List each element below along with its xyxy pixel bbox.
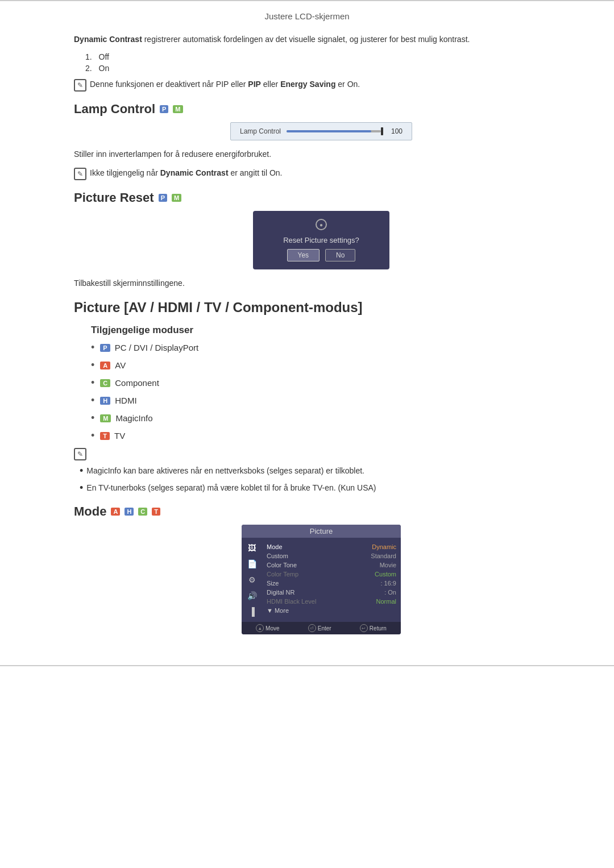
lamp-control-heading: Lamp Control P M [74,102,569,117]
menu-icon-3: ⚙ [245,574,259,585]
menu-row-digitalnr-value: : On [384,589,396,596]
enter-icon: ⏎ [308,624,316,632]
list-label-on: On [99,64,110,73]
notes-item-tv: En TV-tunerboks (selges separat) må være… [80,482,569,495]
bullet-av: • [91,359,94,371]
menu-row-size-value: : 16:9 [380,580,396,587]
bullet-pc: • [91,342,94,354]
mode-badge-a: A [111,508,120,516]
page-title: Justere LCD-skjermen [0,7,614,28]
dynamic-contrast-intro: Dynamic Contrast registrerer automatisk … [74,34,540,45]
note-pip-bold: PIP [248,80,261,89]
mode-item-component: • C Component [91,377,569,389]
lamp-badge-p: P [160,105,168,113]
modes-notes-list: MagicInfo kan bare aktiveres når en nett… [80,465,569,494]
mode-label-magicinfo: MagicInfo [115,413,152,423]
footer-btn-enter[interactable]: ⏎ Enter [308,624,331,632]
mode-badge-a: A [100,362,110,369]
menu-row-more-label: ▼ More [267,607,289,614]
mode-badge-c: C [138,508,147,516]
picture-menu-body: 🖼 📄 ⚙ 🔊 ▐ Mode Dynamic Custom Standard [242,538,401,622]
mode-badge-t: T [100,432,110,440]
mode-list: • P PC / DVI / DisplayPort • A AV • C Co… [91,342,569,442]
menu-row-more[interactable]: ▼ More [267,606,396,615]
picture-menu-title: Picture [242,525,401,538]
mode-badge-c: C [100,379,110,387]
dynamic-contrast-intro-text: registrerer automatisk fordelingen av de… [144,35,470,44]
picture-menu-footer: ▲ Move ⏎ Enter ↩ Return [242,622,401,634]
menu-row-digitalnr: Digital NR : On [267,588,396,597]
dynamic-contrast-list: 1. Off 2. On [85,52,569,73]
footer-btn-return[interactable]: ↩ Return [360,624,387,632]
lamp-slider-label: Lamp Control [240,127,281,135]
note-text-2: Ikke tilgjengelig når Dynamic Contrast e… [90,167,283,179]
mode-heading: Mode A H C T [74,504,569,519]
list-num-1: 1. [85,52,92,61]
mode-badge-h: H [100,397,110,405]
note-suffix: er On. [335,80,360,89]
menu-row-custom: Custom Standard [267,551,396,560]
menu-row-colortemp-value: Custom [375,571,396,578]
menu-row-hdmiblack-label: HDMI Black Level [267,598,316,605]
mode-item-hdmi: • H HDMI [91,394,569,406]
lamp-control-note: ✎ Ikke tilgjengelig når Dynamic Contrast… [74,167,569,180]
page-container: Justere LCD-skjermen Dynamic Contrast re… [0,0,614,868]
menu-row-custom-value: Standard [371,553,396,559]
content-area: Dynamic Contrast registrerer automatisk … [0,28,614,648]
menu-row-colortone-value: Movie [380,562,396,568]
footer-enter-label: Enter [318,625,331,632]
menu-row-colortone-label: Color Tone [267,562,297,568]
mode-label-pc: PC / DVI / DisplayPort [115,343,199,352]
bullet-component: • [91,377,94,389]
footer-return-label: Return [370,625,387,632]
mode-title: Mode [74,504,106,519]
top-border [0,0,614,1]
reset-question: Reset Picture settings? [283,236,359,244]
dynamic-contrast-bold: Dynamic Contrast [74,35,142,44]
mode-badge-t: T [152,508,160,516]
list-label-off: Off [99,52,109,61]
reset-yes-button[interactable]: Yes [287,249,320,261]
picture-reset-heading: Picture Reset P M [74,190,569,205]
menu-row-custom-label: Custom [267,553,288,559]
modes-note-block: ✎ [74,447,569,460]
picture-menu-widget: Picture 🖼 📄 ⚙ 🔊 ▐ Mode Dynamic Custom [242,525,401,634]
menu-row-mode-label: Mode [267,543,283,550]
note-icon-1: ✎ [74,79,86,92]
bullet-tv: • [91,430,94,442]
reset-no-button[interactable]: No [325,249,355,261]
return-icon: ↩ [360,624,368,632]
footer-move-label: Move [265,625,279,632]
menu-icon-2: 📄 [245,558,259,570]
mode-item-av: • A AV [91,359,569,371]
lamp-badge-m: M [173,105,182,113]
note-icon-3: ✎ [74,448,86,460]
note-energy-bold: Energy Saving [280,80,335,89]
menu-row-hdmiblack: HDMI Black Level Normal [267,597,396,606]
menu-row-colortemp-label: Color Temp [267,571,298,578]
picture-reset-title: Picture Reset [74,190,154,205]
menu-row-mode: Mode Dynamic [267,542,396,551]
lamp-note-bold: Dynamic Contrast [160,168,229,177]
menu-icon-4: 🔊 [245,590,259,601]
menu-row-colortone: Color Tone Movie [267,560,396,570]
menu-row-size-label: Size [267,580,279,587]
lamp-slider-track[interactable] [287,130,381,132]
list-num-2: 2. [85,64,92,73]
list-item-on: 2. On [85,64,569,73]
bullet-magicinfo: • [91,412,94,424]
note-text-prefix: Denne funksjonen er deaktivert når PIP e… [90,80,248,89]
lamp-slider-thumb [381,127,383,135]
mode-label-av: AV [115,360,126,370]
mode-label-hdmi: HDMI [115,396,136,405]
picture-menu-icons: 🖼 📄 ⚙ 🔊 ▐ [242,540,262,620]
note-text-1: Denne funksjonen er deaktivert når PIP e… [90,78,360,90]
lamp-control-title: Lamp Control [74,102,155,117]
menu-icon-picture: 🖼 [245,542,259,554]
notes-text-magicinfo: MagicInfo kan bare aktiveres når en nett… [86,465,364,477]
picture-reset-badge-p: P [159,194,167,202]
move-icon: ▲ [256,624,264,632]
mode-item-tv: • T TV [91,430,569,442]
reset-icon: ● [316,219,327,230]
lamp-slider-value: 100 [387,127,403,135]
